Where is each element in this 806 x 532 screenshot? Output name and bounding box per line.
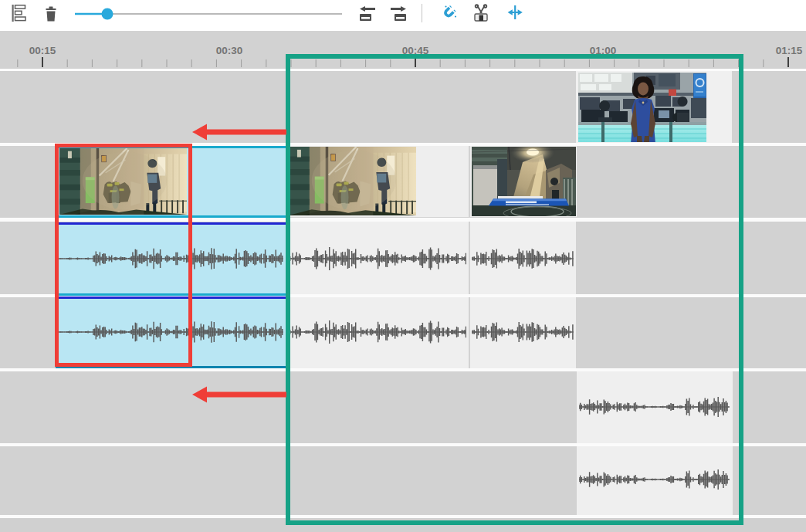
svg-text:00:15: 00:15 [29, 45, 56, 56]
svg-text:00:30: 00:30 [216, 45, 243, 56]
svg-text:01:15: 01:15 [776, 45, 803, 56]
